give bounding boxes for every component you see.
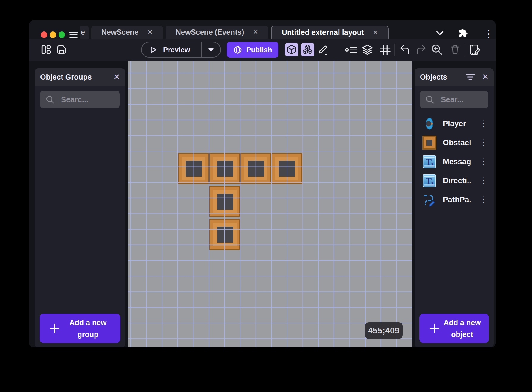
tab[interactable]: NewScene (Events)✕ — [166, 26, 268, 39]
grid-icon[interactable] — [379, 44, 391, 57]
cube-icon — [286, 44, 297, 55]
path-object-icon — [422, 193, 436, 207]
zoom-in-icon[interactable] — [431, 44, 443, 57]
filter-icon[interactable] — [466, 74, 475, 80]
object-row[interactable]: Player⋮ — [415, 114, 494, 133]
add-object-button[interactable]: Add a new object — [419, 314, 489, 343]
tab-partial[interactable]: e — [80, 26, 89, 39]
obstacle-instance[interactable] — [240, 153, 271, 184]
search-icon — [45, 95, 54, 104]
obstacle-instance[interactable] — [209, 186, 240, 217]
globe-icon — [233, 45, 242, 54]
preview-dropdown-button[interactable] — [202, 48, 220, 52]
object-groups-search-input[interactable]: Searc... — [40, 91, 120, 108]
minimize-window-button[interactable] — [50, 31, 56, 38]
edit-pencil-icon[interactable] — [317, 44, 328, 57]
object-groups-panel: Object Groups ✕ Searc... Add a new group — [35, 68, 125, 347]
svg-text:x: x — [431, 180, 434, 186]
add-group-label: Add a new group — [60, 317, 120, 340]
kebab-menu-icon[interactable]: ⋮ — [484, 28, 494, 39]
search-placeholder: Searc... — [61, 95, 89, 104]
project-manager-icon[interactable] — [41, 45, 51, 56]
app-window: e NewScene✕NewScene (Events)✕Untitled ex… — [29, 20, 496, 347]
toolbar: Preview Publish — [29, 39, 496, 61]
instances-list-icon[interactable] — [345, 45, 358, 56]
object-row[interactable]: TxMessage⋮ — [415, 152, 494, 171]
tab[interactable]: Untitled external layout✕ — [271, 26, 389, 39]
tab[interactable]: NewScene✕ — [91, 26, 163, 39]
cursor-coordinates-badge: 455;409 — [365, 322, 403, 339]
maximize-window-button[interactable] — [59, 31, 65, 38]
edit-object-mode-button[interactable] — [285, 43, 298, 56]
scene-properties-edit-icon[interactable] — [469, 44, 481, 57]
trash-icon[interactable] — [449, 44, 461, 56]
object-menu-button[interactable]: ⋮ — [477, 158, 490, 166]
obstacle-instance[interactable] — [209, 153, 240, 184]
obstacle-icon — [422, 136, 436, 150]
save-icon[interactable] — [56, 45, 67, 56]
search-icon — [425, 95, 434, 104]
add-group-button[interactable]: Add a new group — [40, 314, 120, 343]
player-icon — [422, 117, 436, 131]
extensions-puzzle-icon[interactable] — [458, 28, 468, 39]
text-object-icon: Tx — [422, 155, 436, 169]
toolbar-divider — [394, 44, 395, 56]
object-name: Obstacle — [443, 138, 471, 147]
preview-button[interactable]: Preview — [141, 42, 221, 58]
obstacle-instance[interactable] — [271, 153, 302, 184]
publish-label: Publish — [246, 46, 272, 54]
object-name: Directi... — [443, 176, 471, 185]
object-menu-button[interactable]: ⋮ — [477, 120, 490, 128]
obstacle-instance[interactable] — [178, 153, 209, 184]
object-menu-button[interactable]: ⋮ — [477, 177, 490, 185]
tab-close-icon[interactable]: ✕ — [147, 29, 153, 36]
play-icon — [149, 46, 157, 54]
object-row[interactable]: PathPa...⋮ — [415, 190, 494, 209]
tab-close-icon[interactable]: ✕ — [253, 29, 258, 36]
caret-down-icon — [208, 48, 214, 52]
close-window-button[interactable] — [41, 31, 47, 38]
menu-hamburger-icon[interactable] — [69, 32, 78, 38]
plus-icon — [429, 323, 440, 334]
text-object-icon: Tx — [422, 174, 436, 188]
object-groups-title: Object Groups — [40, 73, 92, 81]
objects-title: Objects — [420, 73, 447, 81]
obstacle-instance[interactable] — [209, 219, 240, 250]
close-panel-icon[interactable]: ✕ — [482, 73, 489, 81]
add-instances-mode-button[interactable] — [301, 43, 314, 56]
undo-icon[interactable] — [399, 44, 410, 57]
object-name: Message — [443, 157, 471, 166]
scene-canvas[interactable]: 455;409 — [128, 61, 412, 347]
search-placeholder: Sear... — [441, 95, 464, 104]
tab-label: Untitled external layout — [282, 28, 364, 37]
object-menu-button[interactable]: ⋮ — [477, 139, 490, 147]
objects-search-input[interactable]: Sear... — [420, 91, 488, 108]
titlebar: e NewScene✕NewScene (Events)✕Untitled ex… — [29, 20, 496, 39]
objects-panel: Objects ✕ Sear... Player⋮Obstacle⋮TxMess… — [415, 68, 494, 347]
plus-icon — [49, 323, 60, 334]
object-menu-button[interactable]: ⋮ — [477, 196, 490, 204]
objects-header: Objects ✕ — [415, 68, 494, 86]
svg-text:x: x — [431, 161, 434, 167]
editor-content: 455;409 Object Groups ✕ Searc... Add a n… — [29, 61, 496, 347]
object-groups-header: Object Groups ✕ — [35, 68, 125, 86]
publish-button[interactable]: Publish — [227, 42, 278, 58]
tab-label: NewScene (Events) — [176, 28, 244, 37]
tab-label: NewScene — [101, 28, 138, 37]
chevron-down-icon[interactable] — [435, 30, 444, 38]
toolbar-divider — [465, 44, 465, 56]
object-name: PathPa... — [443, 195, 471, 204]
tab-strip: e NewScene✕NewScene (Events)✕Untitled ex… — [80, 26, 389, 39]
redo-icon[interactable] — [415, 44, 427, 57]
preview-label: Preview — [163, 46, 190, 54]
object-name: Player — [443, 119, 471, 128]
object-row[interactable]: Obstacle⋮ — [415, 133, 494, 152]
tab-close-icon[interactable]: ✕ — [373, 29, 378, 36]
cubes-icon — [302, 44, 313, 55]
objects-list: Player⋮Obstacle⋮TxMessage⋮TxDirecti...⋮P… — [415, 113, 494, 314]
object-row[interactable]: TxDirecti...⋮ — [415, 171, 494, 190]
close-panel-icon[interactable]: ✕ — [113, 73, 120, 81]
add-object-label: Add a new object — [440, 317, 489, 340]
layers-icon[interactable] — [361, 44, 373, 57]
